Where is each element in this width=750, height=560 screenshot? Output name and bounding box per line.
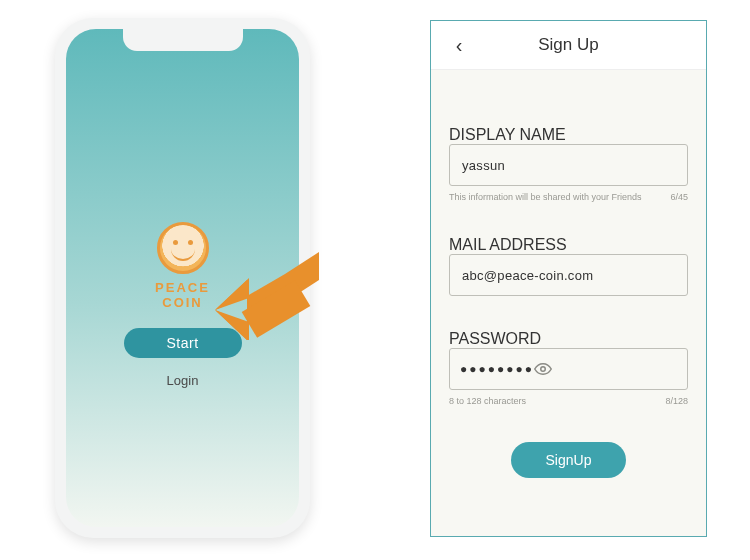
password-hint: 8 to 128 characters (449, 396, 526, 406)
peacecoin-logo-icon (157, 222, 209, 274)
password-field: PASSWORD ●●●●●●●● 8 to 128 characters 8/… (449, 330, 688, 406)
password-box[interactable]: ●●●●●●●● (449, 348, 688, 390)
signup-title: Sign Up (538, 35, 598, 54)
display-name-label: DISPLAY NAME (449, 126, 566, 143)
display-name-hint: This information will be shared with you… (449, 192, 642, 202)
display-name-field: DISPLAY NAME This information will be sh… (449, 126, 688, 202)
logo-block: PEACE COIN Start Login (66, 222, 299, 389)
back-button[interactable]: ‹ (439, 21, 479, 69)
mail-label: MAIL ADDRESS (449, 236, 567, 253)
phone-frame: PEACE COIN Start Login (55, 18, 310, 538)
svg-point-7 (541, 367, 546, 372)
signup-panel: ‹ Sign Up DISPLAY NAME This information … (430, 20, 707, 537)
mail-input[interactable] (460, 267, 677, 284)
signup-form: DISPLAY NAME This information will be sh… (431, 70, 706, 478)
brand-line1: PEACE (155, 280, 210, 295)
password-input[interactable]: ●●●●●●●● (460, 362, 534, 376)
mail-field: MAIL ADDRESS (449, 236, 688, 296)
toggle-password-visibility-button[interactable] (534, 360, 552, 378)
display-name-input[interactable] (460, 157, 677, 174)
start-button[interactable]: Start (124, 328, 242, 358)
brand-line2: COIN (162, 295, 203, 310)
mail-box[interactable] (449, 254, 688, 296)
signup-button[interactable]: SignUp (511, 442, 626, 478)
phone-notch (123, 29, 243, 51)
eye-icon (534, 360, 552, 378)
login-link[interactable]: Login (161, 372, 205, 389)
phone-screen: PEACE COIN Start Login (66, 29, 299, 527)
chevron-left-icon: ‹ (456, 34, 463, 56)
password-counter: 8/128 (665, 396, 688, 406)
signup-header: ‹ Sign Up (431, 21, 706, 70)
display-name-box[interactable] (449, 144, 688, 186)
brand-text: PEACE COIN (66, 280, 299, 310)
password-label: PASSWORD (449, 330, 541, 347)
display-name-counter: 6/45 (670, 192, 688, 202)
